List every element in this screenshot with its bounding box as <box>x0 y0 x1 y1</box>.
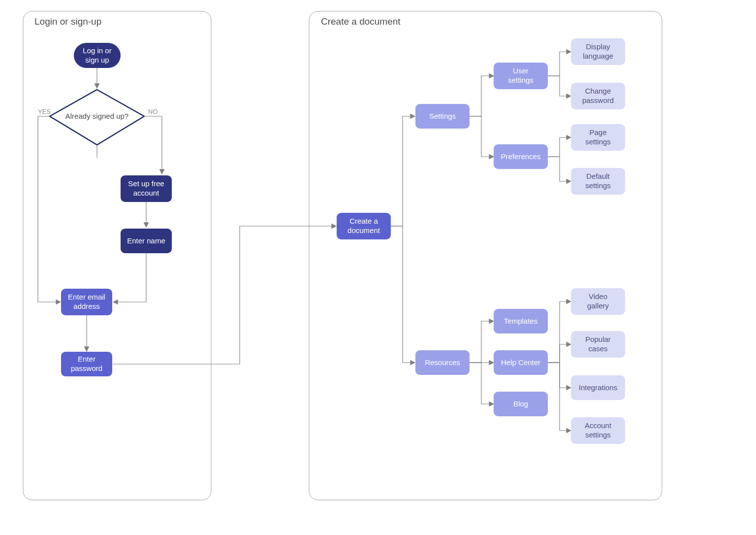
node-videogallery-label: Video gallery <box>587 292 609 311</box>
node-defaultsettings-label: Default settings <box>585 172 611 191</box>
node-pagesettings-label: Page settings <box>585 128 611 147</box>
edge-createdoc-resources <box>391 226 414 363</box>
node-changepassword-label: Change password <box>582 87 614 105</box>
node-helpcenter: Help Center <box>494 350 548 375</box>
node-displaylanguage-label: Display language <box>583 42 613 61</box>
node-popularcases-label: Popular cases <box>585 335 611 354</box>
node-settings: Settings <box>415 104 470 129</box>
edge-resources-blog <box>470 363 493 404</box>
node-enteremail: Enter email address <box>61 289 112 315</box>
edge-preferences-defaultsettings <box>548 157 570 181</box>
edge-label-no: NO <box>148 108 158 115</box>
node-setup-label: Set up free account <box>128 179 164 198</box>
node-preferences-label: Preferences <box>501 152 541 162</box>
node-setup: Set up free account <box>121 175 172 202</box>
node-start-label: Log in or sign up <box>83 46 111 65</box>
node-usersettings-label: User settings <box>508 67 534 85</box>
node-start: Log in or sign up <box>74 43 121 68</box>
edge-preferences-pagesettings <box>548 137 570 157</box>
edge-usersettings-changepassword <box>548 76 570 96</box>
node-integrations: Integrations <box>571 375 625 400</box>
edge-helpcenter-integrations <box>548 363 570 388</box>
node-defaultsettings: Default settings <box>571 168 625 195</box>
node-pagesettings: Page settings <box>571 124 625 151</box>
node-blog: Blog <box>494 392 548 416</box>
container-login-title: Login or sign-up <box>34 16 101 27</box>
node-entername: Enter name <box>121 229 172 253</box>
node-blog-label: Blog <box>513 400 528 409</box>
node-enterpassword: Enter password <box>61 352 112 376</box>
node-videogallery: Video gallery <box>571 288 625 315</box>
container-create-title: Create a document <box>321 16 401 27</box>
node-popularcases: Popular cases <box>571 331 625 358</box>
edge-usersettings-displaylanguage <box>548 52 570 76</box>
edge-createdoc-settings <box>391 116 414 226</box>
edge-settings-usersettings <box>470 76 493 116</box>
node-preferences: Preferences <box>494 144 548 169</box>
node-usersettings: User settings <box>494 63 548 89</box>
container-login <box>23 11 211 500</box>
node-displaylanguage: Display language <box>571 38 625 65</box>
edge-decision-setup <box>144 116 162 173</box>
edge-name-email <box>114 253 146 302</box>
node-createdoc: Create a document <box>337 213 391 239</box>
node-templates: Templates <box>494 309 548 334</box>
diagram-stage: Login or sign-up Create a document YES N… <box>0 0 756 535</box>
node-enterpassword-label: Enter password <box>71 355 102 373</box>
node-accountsettings: Account settings <box>571 417 625 444</box>
edge-helpcenter-videogallery <box>548 301 570 363</box>
node-changepassword: Change password <box>571 83 625 109</box>
decision-shape <box>50 90 144 145</box>
node-resources-label: Resources <box>425 358 460 368</box>
edge-helpcenter-accountsettings <box>548 363 570 431</box>
node-entername-label: Enter name <box>127 236 165 246</box>
diagram-svg: Login or sign-up Create a document YES N… <box>0 0 756 535</box>
node-settings-label: Settings <box>429 112 456 121</box>
edge-resources-templates <box>470 321 493 363</box>
node-createdoc-label: Create a document <box>347 217 380 235</box>
node-templates-label: Templates <box>504 317 537 326</box>
edge-label-yes: YES <box>38 108 51 115</box>
node-accountsettings-label: Account settings <box>585 421 611 440</box>
edge-helpcenter-popularcases <box>548 344 570 363</box>
node-enteremail-label: Enter email address <box>68 293 105 311</box>
node-resources: Resources <box>415 350 470 375</box>
node-helpcenter-label: Help Center <box>501 358 540 368</box>
edge-decision-email <box>38 116 60 302</box>
node-integrations-label: Integrations <box>579 383 617 393</box>
edge-settings-preferences <box>470 116 493 157</box>
